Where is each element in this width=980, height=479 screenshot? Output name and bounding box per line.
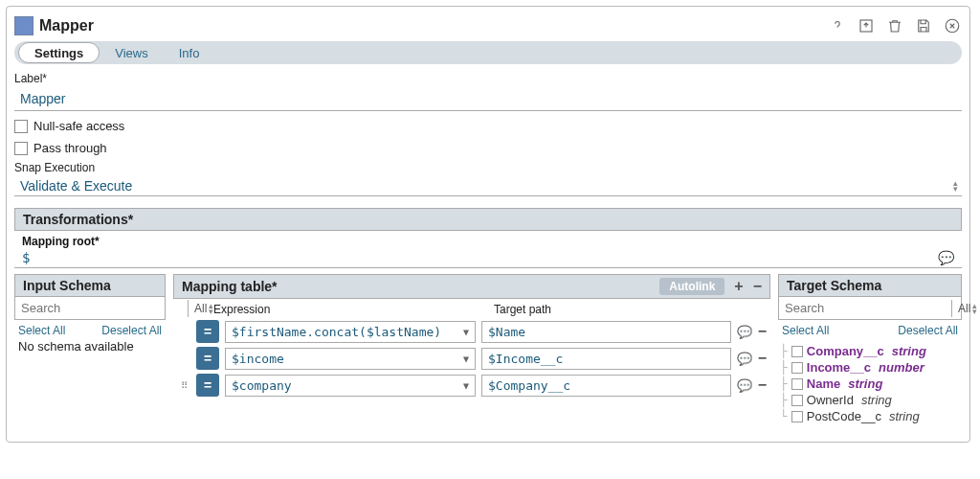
row-remove-button[interactable]: − (758, 376, 767, 394)
snap-exec-value: Validate & Execute (20, 178, 132, 194)
input-schema: Input Schema All ▴▾ Select All Deselect … (14, 274, 166, 354)
tabs: Settings Views Info (14, 41, 962, 64)
tree-checkbox[interactable] (791, 395, 803, 406)
target-schema-search[interactable] (779, 297, 951, 319)
expression-input[interactable]: $income ▼ (225, 348, 476, 370)
expression-toggle[interactable]: = (196, 347, 219, 370)
stepper-icon: ▴▾ (972, 303, 977, 314)
stepper-icon: ▴▾ (953, 180, 958, 192)
mapping-table: Mapping table* Autolink + − Expression T… (173, 274, 770, 399)
snap-exec-select[interactable]: Validate & Execute ▴▾ (14, 176, 962, 196)
tree-checkbox[interactable] (791, 346, 803, 357)
mapping-row: = $income ▼ $Income__c 💬 − (173, 345, 770, 372)
row-remove-button[interactable]: − (758, 323, 767, 340)
col-expression-label: Expression (213, 303, 486, 316)
tree-checkbox[interactable] (791, 378, 803, 390)
input-schema-header: Input Schema (14, 274, 166, 297)
target-tree: ├ Company__c string ├ Income__c number ├… (778, 339, 962, 428)
comment-icon[interactable]: 💬 (737, 378, 752, 393)
null-safe-checkbox[interactable] (14, 120, 28, 133)
target-select-all[interactable]: Select All (782, 324, 829, 337)
col-target-label: Target path (494, 303, 765, 316)
tab-info[interactable]: Info (164, 44, 215, 62)
autolink-button[interactable]: Autolink (659, 278, 724, 295)
expression-input[interactable]: $company ▼ (225, 375, 476, 397)
target-schema: Target Schema All ▴▾ Select All Deselect… (778, 274, 962, 428)
target-path-input[interactable]: $Name (481, 321, 731, 343)
tab-settings[interactable]: Settings (18, 42, 100, 63)
pass-through-checkbox[interactable] (14, 142, 28, 155)
mapping-row: = $firstName.concat($lastName) ▼ $Name 💬… (173, 318, 770, 345)
comment-icon[interactable]: 💬 (938, 250, 954, 265)
mapping-root-input[interactable] (22, 250, 932, 265)
chevron-down-icon[interactable]: ▼ (463, 327, 469, 337)
target-schema-all[interactable]: All ▴▾ (951, 300, 980, 317)
mapper-panel: Mapper Settings Views Info Label* (6, 6, 970, 443)
tree-checkbox[interactable] (791, 411, 803, 422)
tree-item[interactable]: └ PostCode__c string (780, 408, 960, 424)
add-row-button[interactable]: + (734, 278, 743, 295)
row-remove-button[interactable]: − (758, 350, 767, 367)
chevron-down-icon[interactable]: ▼ (463, 380, 469, 391)
null-safe-label: Null-safe access (33, 119, 124, 133)
tree-item[interactable]: ├ Name string (780, 376, 960, 392)
label-input[interactable] (14, 87, 962, 111)
panel-title: Mapper (39, 17, 94, 34)
target-path-input[interactable]: $Income__c (481, 348, 731, 370)
mapper-icon (14, 16, 33, 35)
comment-icon[interactable]: 💬 (737, 325, 752, 339)
trash-icon[interactable] (885, 16, 904, 35)
mapping-row: ⠿ = $company ▼ $Company__c 💬 − (173, 372, 770, 399)
expression-toggle[interactable]: = (196, 320, 219, 343)
close-icon[interactable] (943, 16, 962, 35)
input-deselect-all[interactable]: Deselect All (101, 324, 162, 337)
comment-icon[interactable]: 💬 (737, 352, 752, 366)
input-schema-search[interactable] (15, 297, 188, 319)
pass-through-label: Pass through (33, 141, 107, 155)
tree-item[interactable]: ├ Income__c number (780, 359, 960, 376)
tree-item[interactable]: ├ Company__c string (780, 343, 960, 359)
target-deselect-all[interactable]: Deselect All (898, 324, 958, 337)
chevron-down-icon[interactable]: ▼ (463, 354, 469, 364)
drag-handle-icon[interactable]: ⠿ (177, 380, 190, 391)
mapping-table-header: Mapping table* Autolink + − (173, 274, 770, 299)
tree-item[interactable]: ├ OwnerId string (780, 392, 960, 408)
expression-input[interactable]: $firstName.concat($lastName) ▼ (225, 321, 476, 343)
input-schema-empty: No schema available (14, 339, 166, 354)
remove-row-button[interactable]: − (753, 278, 762, 295)
label-field-label: Label* (14, 72, 962, 85)
snap-exec-label: Snap Execution (14, 161, 962, 174)
target-path-input[interactable]: $Company__c (481, 375, 731, 397)
export-icon[interactable] (857, 16, 876, 35)
help-icon[interactable] (828, 16, 847, 35)
tab-views[interactable]: Views (100, 44, 163, 62)
tree-checkbox[interactable] (791, 362, 803, 374)
target-schema-header: Target Schema (778, 274, 962, 297)
mapping-root-label: Mapping root* (14, 235, 962, 248)
save-icon[interactable] (914, 16, 933, 35)
header: Mapper (14, 16, 962, 41)
input-select-all[interactable]: Select All (18, 324, 65, 337)
expression-toggle[interactable]: = (196, 374, 219, 397)
transformations-header: Transformations* (14, 208, 962, 231)
